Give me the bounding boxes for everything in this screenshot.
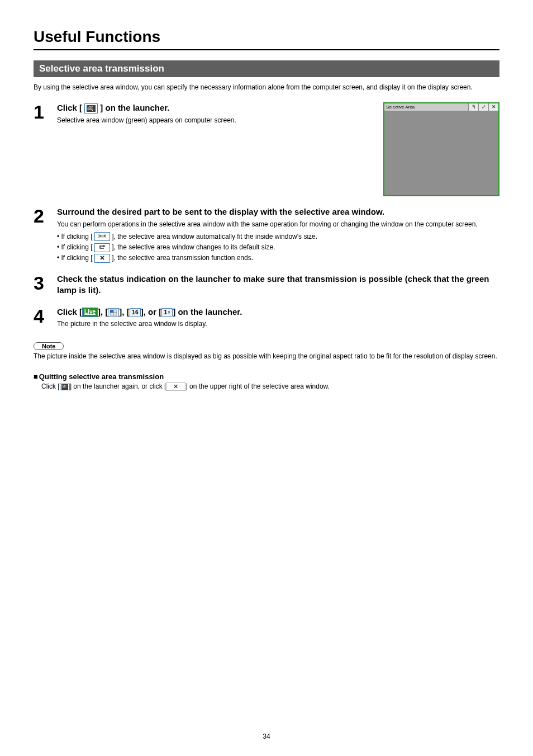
note-label: Note: [34, 342, 64, 350]
step-3: 3 Check the status indication on the lau…: [34, 273, 499, 296]
screenshot-buttons: ↰ ⤢ ✕: [468, 103, 498, 111]
text: ] on the launcher.: [100, 103, 169, 112]
quit-subsection: Quitting selective area transmission Cli…: [34, 372, 499, 391]
selective-area-window-screenshot: Selective Area ↰ ⤢ ✕: [383, 102, 499, 196]
step-1-sub: Selective area window (green) appears on…: [57, 115, 372, 125]
fit-window-icon: [94, 232, 110, 241]
selective-area-icon: [84, 103, 98, 114]
step-1: 1 Click [ ] on the launcher. Selective a…: [34, 102, 499, 196]
text: Click [: [57, 307, 82, 316]
step-number: 2: [34, 206, 49, 263]
step-2-sub: You can perform operations in the select…: [57, 219, 499, 229]
text: ] on the launcher again, or click [: [70, 382, 166, 390]
text: • If clicking [: [57, 233, 93, 240]
page-title: Useful Functions: [34, 28, 499, 46]
bullet-3: • If clicking [ ], the selective area tr…: [57, 253, 499, 263]
step-number: 4: [34, 306, 49, 329]
note-block: Note The picture inside the selective ar…: [34, 339, 499, 361]
text: ], the selective area window automatical…: [112, 233, 317, 240]
text: • If clicking [: [57, 243, 93, 251]
note-text: The picture inside the selective area wi…: [34, 351, 499, 361]
text: ], [: [98, 307, 108, 316]
revert-icon: ↰: [468, 103, 478, 111]
fit-icon: ⤢: [478, 103, 488, 111]
step-2: 2 Surround the desired part to be sent t…: [34, 206, 499, 263]
svg-marker-6: [99, 235, 101, 237]
svg-marker-8: [103, 245, 106, 247]
page-number: 34: [0, 733, 533, 740]
step-3-heading: Check the status indication on the launc…: [57, 273, 499, 296]
quit-heading: Quitting selective area transmission: [34, 372, 499, 381]
selective-area-icon: [60, 384, 70, 390]
step-4-heading: Click [Live], [], [16], or [1↑] on the l…: [57, 306, 499, 318]
close-icon: ✕: [488, 103, 498, 111]
single-up-icon: 1↑: [161, 308, 173, 317]
step-number: 1: [34, 102, 49, 196]
step-4-sub: The picture in the selective area window…: [57, 319, 499, 329]
bullet-2: • If clicking [ ], the selective area wi…: [57, 242, 499, 253]
screenshot-body: [384, 111, 498, 195]
step-2-bullets: • If clicking [ ], the selective area wi…: [57, 231, 499, 264]
text: • If clicking [: [57, 254, 93, 262]
svg-rect-12: [110, 310, 113, 313]
bullet-1: • If clicking [ ], the selective area wi…: [57, 231, 499, 242]
default-size-icon: [94, 243, 110, 252]
step-4: 4 Click [Live], [], [16], or [1↑] on the…: [34, 306, 499, 329]
step-2-heading: Surround the desired part to be sent to …: [57, 206, 499, 218]
quit-body: Click [] on the launcher again, or click…: [34, 382, 499, 391]
text: ], the selective area window changes to …: [112, 243, 275, 251]
text: ], or [: [141, 307, 162, 316]
section-heading: Selective area transmission: [34, 60, 499, 77]
text: Click [: [57, 103, 82, 112]
document-page: Useful Functions Selective area transmis…: [0, 0, 533, 756]
text: ], [: [119, 307, 129, 316]
text: Click [: [41, 382, 60, 390]
screenshot-title-text: Selective Area: [386, 105, 415, 110]
multi-16-icon: 16: [130, 308, 141, 317]
text: ] on the launcher.: [173, 307, 242, 316]
close-icon: ✕: [166, 382, 185, 391]
live-icon: Live: [82, 308, 98, 317]
step-1-heading: Click [ ] on the launcher.: [57, 102, 372, 114]
step-number: 3: [34, 273, 49, 296]
multi-4-icon: [108, 308, 119, 317]
text: ], the selective area transmission funct…: [112, 254, 253, 262]
screenshot-titlebar: Selective Area ↰ ⤢ ✕: [384, 103, 498, 111]
intro-text: By using the selective area window, you …: [34, 83, 499, 92]
title-rule: [34, 49, 499, 50]
close-icon: [94, 254, 110, 263]
text: ] on the upper right of the selective ar…: [185, 382, 330, 390]
